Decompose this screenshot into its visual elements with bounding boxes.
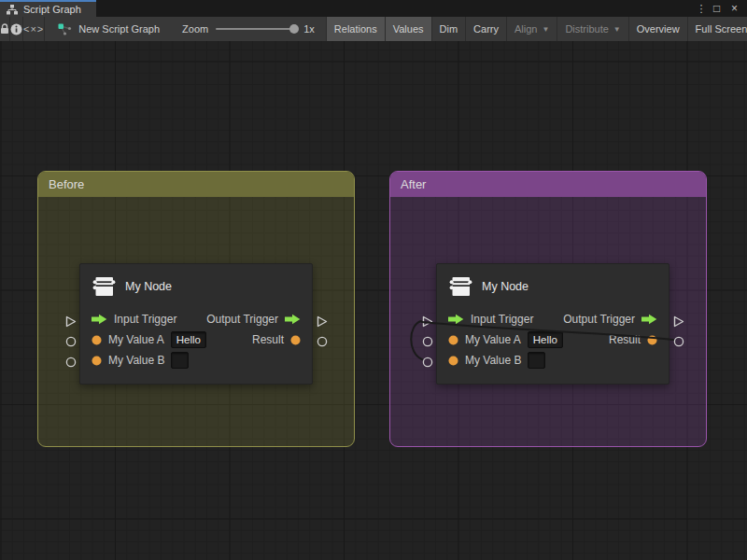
new-script-graph-label: New Script Graph [78,23,160,35]
node-title: My Node [125,280,172,293]
node-row-triggers: Input Trigger Output Trigger [437,309,669,329]
node-row-value-a: My Value A Hello Result [80,329,312,350]
value-a-outer-port[interactable] [421,336,433,348]
graph-canvas[interactable]: Before After My Node Input Trigger [0,41,747,560]
node-header[interactable]: My Node [437,264,669,309]
zoom-slider-handle[interactable] [289,24,299,34]
node-row-triggers: Input Trigger Output Trigger [80,309,312,329]
input-trigger-port-icon[interactable] [92,314,107,325]
value-a-input[interactable]: Hello [528,331,563,348]
lock-icon [0,23,9,35]
node-title: My Node [482,280,529,293]
carry-button[interactable]: Carry [465,17,506,41]
output-trigger-outer-port[interactable] [672,315,684,328]
hierarchy-icon [7,5,18,15]
result-port-icon[interactable] [290,335,301,345]
zoom-value: 1x [303,23,315,35]
chevron-down-icon: ▼ [613,25,621,34]
input-trigger-port-icon[interactable] [448,314,464,325]
result-port-icon[interactable] [647,335,657,345]
node-my-node-after[interactable]: My Node Input Trigger Output Trigger [436,263,669,385]
lock-button[interactable] [0,17,10,41]
graph-icon [58,23,72,35]
value-a-port-icon[interactable] [92,335,102,345]
graph-toolbar: <×> New Script Graph Zoom 1x Relations V… [0,17,747,41]
value-a-input[interactable]: Hello [171,331,206,348]
value-b-port-icon[interactable] [448,356,458,366]
tab-bar: Script Graph ⋮ □ × [0,0,747,17]
relations-button[interactable]: Relations [326,17,385,41]
unit-icon [92,274,116,299]
value-b-port-icon[interactable] [92,356,102,366]
window-controls: ⋮ □ × [696,0,747,17]
zoom-slider[interactable] [216,28,296,30]
group-after-header[interactable]: After [390,172,706,197]
distribute-dropdown[interactable]: Distribute ▼ [557,17,627,41]
group-before-header[interactable]: Before [38,172,354,197]
node-row-value-b: My Value B [437,350,669,371]
group-before-label: Before [49,177,84,191]
result-label: Result [252,333,284,346]
zoom-label: Zoom [182,23,208,35]
output-trigger-port-icon[interactable] [641,314,657,325]
kebab-menu-icon[interactable]: ⋮ [696,1,707,16]
result-outer-port[interactable] [316,336,328,348]
info-icon [10,23,22,35]
script-graph-window: Script Graph ⋮ □ × <×> New Script Graph [0,0,747,560]
value-b-label: My Value B [465,354,521,367]
node-my-node-before[interactable]: My Node Input Trigger Output Trigger [79,263,313,385]
value-a-outer-port[interactable] [64,336,77,348]
zoom-cluster: Zoom 1x [169,17,324,41]
value-b-input[interactable] [528,352,545,369]
info-button[interactable] [10,17,23,41]
chevron-down-icon: ▼ [542,25,549,34]
output-trigger-label: Output Trigger [206,313,278,326]
node-row-value-b: My Value B [80,350,312,371]
output-trigger-label: Output Trigger [563,313,635,326]
value-a-label: My Value A [465,333,521,346]
align-dropdown[interactable]: Align ▼ [506,17,557,41]
value-b-outer-port[interactable] [421,357,433,369]
full-screen-button[interactable]: Full Screen [687,17,747,41]
output-trigger-outer-port[interactable] [316,315,328,328]
input-trigger-label: Input Trigger [471,313,533,326]
input-trigger-outer-port[interactable] [64,315,77,328]
tab-label: Script Graph [23,4,81,15]
input-trigger-outer-port[interactable] [421,315,433,328]
result-outer-port[interactable] [672,336,684,348]
maximize-icon[interactable]: □ [709,1,725,16]
value-a-port-icon[interactable] [448,335,458,345]
close-icon[interactable]: × [726,1,742,16]
csharp-preview-button[interactable]: <×> [23,17,45,41]
value-b-outer-port[interactable] [64,357,77,369]
value-b-input[interactable] [171,352,189,369]
node-row-value-a: My Value A Hello Result [437,329,669,350]
value-b-label: My Value B [108,354,164,367]
unit-icon [448,274,472,299]
new-script-graph-button[interactable]: New Script Graph [45,17,169,41]
result-label: Result [609,333,641,346]
overview-button[interactable]: Overview [628,17,687,41]
values-button[interactable]: Values [385,17,431,41]
group-after-label: After [401,177,426,191]
dim-button[interactable]: Dim [431,17,466,41]
node-header[interactable]: My Node [80,264,312,309]
tab-script-graph[interactable]: Script Graph [0,0,96,17]
input-trigger-label: Input Trigger [114,313,176,326]
output-trigger-port-icon[interactable] [285,314,301,325]
value-a-label: My Value A [108,333,164,346]
